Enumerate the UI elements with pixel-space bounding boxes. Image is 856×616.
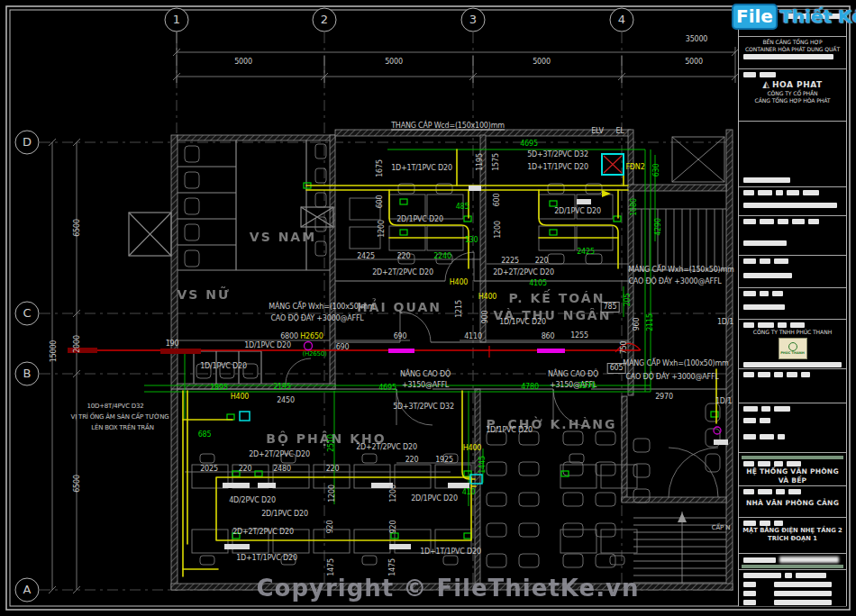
annotation-label: 4695	[378, 385, 396, 392]
stair-direction-arrow	[678, 512, 687, 522]
system-title: HỆ THỐNG VĂN PHÒNG VÀ BẾP	[742, 467, 843, 486]
annotation-label: 190	[166, 340, 179, 348]
annotation-label: H400	[231, 394, 250, 401]
annotation-label: 220	[405, 457, 419, 464]
blurred-filename	[779, 557, 839, 563]
redaction-bar	[743, 54, 833, 59]
annotation-label: 1200	[390, 485, 397, 503]
annotation-label: 600	[377, 195, 384, 209]
annotation-label: 1475	[389, 558, 396, 576]
annotation-label: 1200	[378, 220, 386, 238]
redaction-bar	[743, 177, 790, 183]
drawing-title-line2: TRÍCH ĐOẠN 1	[742, 535, 843, 543]
titleblock-row	[739, 187, 846, 216]
annotation-label: 4D/2PVC D20	[229, 497, 276, 504]
annotation-label: LÊN BOX TRÊN TRẦN	[91, 425, 153, 431]
annotation-label: 220	[397, 253, 411, 260]
annotation-label: FĐN2	[625, 164, 644, 171]
annotation-label: 410	[462, 489, 476, 496]
annotation-label: 3270	[578, 383, 596, 390]
annotation-label: 2D/1PVC D20	[411, 495, 458, 503]
annotation-label: EL	[615, 128, 624, 135]
annotation-label: THANG CÁP Wcd=(150x100)mm	[391, 122, 505, 131]
annotation-label: 2510	[328, 434, 335, 452]
titleblock-building: NHÀ VĂN PHÒNG CẢNG	[739, 486, 846, 518]
annotation-label: 1D/1PVC D20	[499, 319, 546, 326]
owner-line1: CÔNG TY CỔ PHẦN	[742, 90, 843, 97]
grid-bubble-C: C	[15, 302, 40, 326]
annotation-label: 1445	[479, 456, 487, 474]
annotation-label: 1195	[477, 153, 484, 171]
titleblock-row	[739, 288, 846, 320]
annotation-label: CAO ĐỘ ĐÁY +3000@AFFL	[625, 374, 718, 381]
annotation-label: CAO ĐỘ ĐÁY +3000@AFFL	[628, 278, 721, 285]
annotation-label: 6500	[74, 475, 81, 493]
annotation-label: 1D/1	[717, 319, 733, 326]
titleblock-empty-box	[739, 122, 846, 187]
annotation-label: 2970	[655, 394, 673, 401]
room-label: VS NỮ	[177, 288, 230, 301]
cad-drawing-sheet: Copyright © FileThietKe.vn BẾN CẢNG TỔNG…	[0, 0, 856, 616]
annotation-label: 2240	[433, 253, 451, 260]
annotation-label: 1215	[456, 300, 463, 318]
annotation-label: 2480	[273, 466, 291, 473]
grid-bubble-B: B	[15, 362, 40, 386]
annotation-label: H400	[450, 279, 469, 286]
project-name-line2: CONTAINER HÒA PHÁT DUNG QUẤT	[742, 46, 843, 53]
annotation-label: 1D/1	[715, 398, 732, 405]
titleblock-contractor: CÔNG TY TNHH PHÚC THANH PHÚC THANH	[739, 320, 846, 369]
annotation-label: 1D+1T/1PVC D20	[236, 555, 297, 562]
annotation-label: NÂNG CAO ĐỘ	[548, 371, 598, 378]
annotation-label: 4110	[464, 333, 482, 340]
titleblock-drawing-title: MẶT BẰNG ĐIỆN NHẸ TẦNG 2 TRÍCH ĐOẠN 1	[739, 518, 846, 554]
annotation-label: 205	[624, 294, 632, 307]
grid-bubble-D: D	[15, 131, 40, 155]
grid-bubble-1: 1	[165, 8, 189, 32]
annotation-label: 685	[198, 431, 212, 439]
annotation-label: 1D/1PVC D20	[244, 342, 291, 349]
annotation-label: MÁNG CẤP Wxh=(100x50)mm	[623, 360, 728, 367]
annotation-label: 1200	[329, 485, 336, 503]
annotation-label: 1D+1T/1PVC D20	[420, 548, 481, 556]
hoaphat-triangle-icon: ◭	[762, 80, 769, 89]
phucthanh-logo: PHÚC THANH	[779, 338, 807, 359]
room-label: P. KẾ TOÁN	[509, 292, 606, 304]
annotation-label: 2D+2T/2PVC D20	[249, 451, 310, 458]
titleblock-row	[739, 403, 846, 453]
building-title: NHÀ VĂN PHÒNG CẢNG	[742, 499, 843, 508]
annotation-label: 6800	[280, 333, 298, 340]
annotation-label: 1475	[328, 558, 335, 576]
annotation-label: 900	[482, 311, 489, 324]
annotation-label: 4105	[529, 280, 547, 287]
annotation-label: H400	[463, 445, 482, 452]
title-block: BẾN CẢNG TỔNG HỢP CONTAINER HÒA PHÁT DUN…	[738, 10, 847, 606]
hoaphat-logo-text: HOA PHAT	[772, 80, 823, 89]
annotation-label: 2D+2T/2PVC D20	[372, 269, 433, 276]
annotation-label: 10D+8T/4PVC D32	[87, 403, 143, 410]
annotation-label: 2D+2T/2PVC D20	[356, 444, 417, 451]
annotation-label: 1575	[493, 153, 500, 171]
annotation-label: (H2650)	[302, 351, 326, 358]
annotation-label: 5000	[533, 59, 551, 66]
redaction-bar	[760, 72, 776, 77]
annotation-label: H2650	[300, 333, 323, 340]
annotation-label: 35000	[686, 36, 707, 43]
annotation-label: 15000	[50, 340, 58, 362]
annotation-label: 920	[390, 521, 397, 534]
annotation-label: 2225	[501, 258, 519, 265]
titleblock-fileinfo	[739, 554, 846, 570]
annotation-label: 920	[327, 521, 334, 534]
annotation-label: 1255	[570, 332, 588, 340]
annotation-label: 4290	[655, 218, 662, 236]
annotation-label: 220	[239, 466, 252, 473]
annotation-label: NÂNG CAO ĐỘ	[400, 371, 451, 378]
grid-bubble-A: A	[15, 578, 40, 602]
annotation-label: 2D+2T/2PVC D20	[232, 529, 294, 536]
annotation-label: 220	[535, 258, 549, 265]
annotation-label: 960	[633, 318, 641, 331]
grid-bubble-4: 4	[610, 8, 634, 32]
filethietke-logo-thietke: Thiết Kế	[778, 5, 856, 27]
annotation-label: 2000	[74, 335, 81, 353]
titleblock-project: BẾN CẢNG TỔNG HỢP CONTAINER HÒA PHÁT DUN…	[739, 37, 846, 69]
annotation-label: 2115	[647, 313, 654, 331]
